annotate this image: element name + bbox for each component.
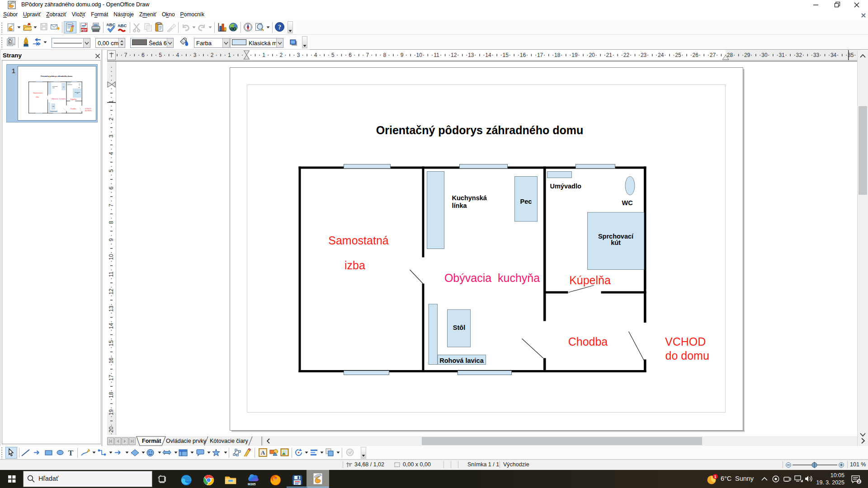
svg-text:línka: línka <box>52 87 55 88</box>
svg-text:Kúpelňa: Kúpelňa <box>70 99 77 100</box>
svg-text:4: 4 <box>108 152 114 155</box>
svg-text:5: 5 <box>159 52 162 58</box>
svg-text:31: 31 <box>778 52 785 58</box>
svg-text:24: 24 <box>658 52 664 58</box>
svg-text:18: 18 <box>554 52 561 58</box>
svg-text:12: 12 <box>451 52 457 58</box>
svg-text:izba: izba <box>36 96 39 98</box>
svg-text:PDF: PDF <box>81 28 87 32</box>
svg-text:2: 2 <box>280 52 283 58</box>
svg-text:4: 4 <box>176 52 179 58</box>
svg-text:9: 9 <box>401 52 404 58</box>
svg-text:kút: kút <box>611 239 621 246</box>
svg-text:11: 11 <box>434 52 439 58</box>
svg-text:Samostatná: Samostatná <box>328 234 389 247</box>
svg-text:Stôl: Stôl <box>453 324 465 331</box>
svg-text:8: 8 <box>383 52 387 58</box>
svg-text:5: 5 <box>108 169 114 172</box>
svg-text:20: 20 <box>589 52 595 58</box>
svg-text:Orientačný pôdorys záhradného: Orientačný pôdorys záhradného domu <box>376 124 583 136</box>
svg-text:10: 10 <box>416 52 423 58</box>
svg-text:11: 11 <box>108 271 114 277</box>
svg-text:29: 29 <box>744 52 750 58</box>
svg-text:Orientačný pôdorys záhradného: Orientačný pôdorys záhradného domu <box>41 75 73 77</box>
svg-text:1: 1 <box>108 100 114 103</box>
svg-text:34: 34 <box>830 52 837 58</box>
svg-text:18: 18 <box>108 392 114 398</box>
svg-text:12: 12 <box>108 288 114 295</box>
svg-text:14: 14 <box>108 323 114 329</box>
svg-text:izba: izba <box>344 259 365 272</box>
svg-text:Stôl: Stôl <box>52 106 55 107</box>
svg-text:línka: línka <box>452 202 467 209</box>
svg-text:14: 14 <box>485 52 491 58</box>
svg-text:9: 9 <box>108 238 114 241</box>
svg-text:Umývadlo: Umývadlo <box>550 183 581 190</box>
svg-text:32: 32 <box>796 52 802 58</box>
svg-text:VCHOD: VCHOD <box>665 335 706 348</box>
svg-text:13: 13 <box>108 305 114 312</box>
svg-text:19: 19 <box>571 52 578 58</box>
svg-text:17: 17 <box>537 52 543 58</box>
svg-text:WC: WC <box>78 87 80 88</box>
svg-text:33: 33 <box>813 52 820 58</box>
svg-text:21: 21 <box>606 52 613 58</box>
svg-text:5: 5 <box>331 52 335 58</box>
svg-text:Kuchynská: Kuchynská <box>452 194 487 202</box>
svg-text:2: 2 <box>108 117 114 121</box>
svg-text:10: 10 <box>108 254 114 260</box>
svg-text:26: 26 <box>693 52 699 58</box>
svg-text:Rohová lavica: Rohová lavica <box>439 357 484 364</box>
svg-text:25: 25 <box>675 52 681 58</box>
svg-text:A: A <box>261 449 265 456</box>
svg-text:2: 2 <box>211 52 214 58</box>
svg-text:16: 16 <box>108 357 114 364</box>
svg-text:20: 20 <box>108 427 114 433</box>
svg-text:1: 1 <box>262 52 265 58</box>
svg-text:do domu: do domu <box>665 349 709 362</box>
svg-text:3: 3 <box>108 135 114 138</box>
svg-text:28: 28 <box>727 52 733 58</box>
svg-text:15: 15 <box>108 340 114 347</box>
svg-text:16: 16 <box>520 52 526 58</box>
svg-text:Obývacia kuchyňa: Obývacia kuchyňa <box>444 272 540 284</box>
svg-text:30: 30 <box>761 52 768 58</box>
svg-text:1: 1 <box>228 52 231 58</box>
svg-text:Umývadlo: Umývadlo <box>67 84 72 85</box>
svg-text:1: 1 <box>714 474 717 479</box>
svg-text:6: 6 <box>108 186 114 189</box>
svg-text:ABC: ABC <box>118 23 127 28</box>
svg-text:17: 17 <box>108 375 114 381</box>
svg-text:4: 4 <box>314 52 317 58</box>
svg-text:3: 3 <box>193 52 197 58</box>
svg-text:T: T <box>68 449 74 456</box>
svg-text:22: 22 <box>623 52 630 58</box>
svg-text:Rohová lavica: Rohová lavica <box>50 111 57 112</box>
svg-text:2: 2 <box>858 479 860 484</box>
svg-text:7: 7 <box>366 52 369 58</box>
svg-text:8: 8 <box>108 221 114 224</box>
svg-text:15: 15 <box>503 52 509 58</box>
svg-text:7: 7 <box>108 204 114 207</box>
svg-text:Pec: Pec <box>520 198 532 205</box>
svg-text:Chodba: Chodba <box>70 108 76 110</box>
svg-text:6: 6 <box>142 52 145 58</box>
svg-text:Samostatná: Samostatná <box>33 92 42 94</box>
svg-text:6: 6 <box>349 52 352 58</box>
svg-text:WC: WC <box>622 199 633 206</box>
svg-text:VCHOD: VCHOD <box>85 108 91 110</box>
svg-text:do domu: do domu <box>85 110 92 112</box>
svg-text:13: 13 <box>468 52 474 58</box>
svg-text:27: 27 <box>710 52 716 58</box>
svg-text:Obývacia kuchyňa: Obývacia kuchyňa <box>51 98 66 100</box>
svg-text:7: 7 <box>124 52 127 58</box>
svg-text:19: 19 <box>108 409 114 415</box>
svg-text:Kúpelňa: Kúpelňa <box>569 274 611 286</box>
svg-text:kút: kút <box>77 93 79 94</box>
svg-text:23: 23 <box>641 52 647 58</box>
svg-text:Chodba: Chodba <box>568 335 608 348</box>
svg-text:?: ? <box>278 24 281 31</box>
svg-text:3: 3 <box>297 52 300 58</box>
